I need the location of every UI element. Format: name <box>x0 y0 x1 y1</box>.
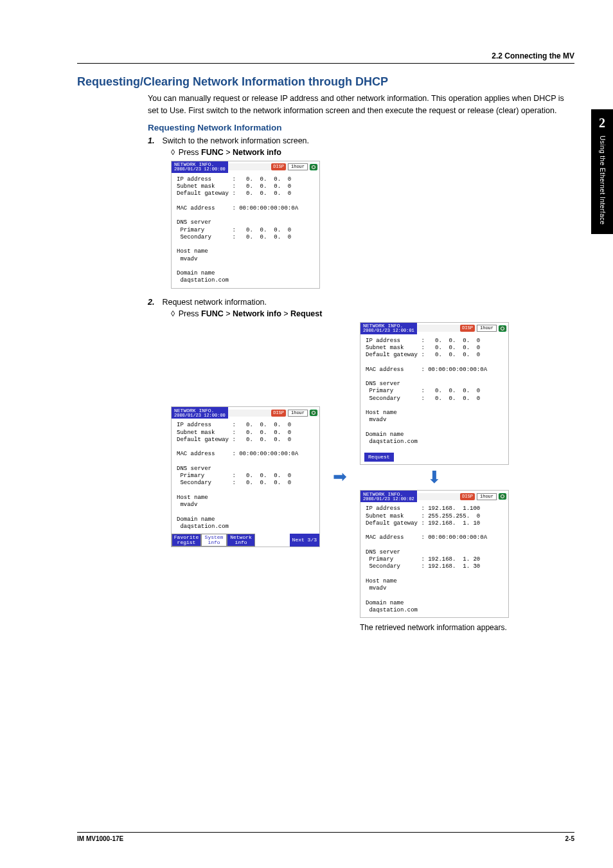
caption: The retrieved network information appear… <box>360 623 509 632</box>
chapter-number: 2 <box>599 116 605 136</box>
hour-badge: 1hour <box>288 410 308 417</box>
request-flow-row: NETWORK INFO. 2008/01/23 12:00:00 DISP 1… <box>171 322 574 633</box>
screen-title-right: DISP 1hour <box>228 163 319 170</box>
record-icon <box>499 325 506 332</box>
hour-badge: 1hour <box>477 493 497 500</box>
screen-timestamp: 2008/01/23 12:00:00 <box>174 167 226 172</box>
chapter-text: Using the Ethernet Interface <box>599 136 606 225</box>
bc2-func: FUNC <box>201 309 224 318</box>
screen-timestamp: 2008/01/23 12:00:00 <box>174 413 226 418</box>
arrow-down-icon: ⬇ <box>360 467 509 487</box>
bc2-sep1: > <box>226 309 233 318</box>
bc2-prefix: Press <box>179 309 201 318</box>
breadcrumb-1: ◊ Press FUNC > Network info <box>171 148 574 157</box>
screen-titlebar: NETWORK INFO. 2008/01/23 12:00:01 DISP 1… <box>360 323 508 334</box>
device-screen-1: NETWORK INFO. 2008/01/23 12:00:00 DISP 1… <box>171 161 320 289</box>
chapter-tab: 2 Using the Ethernet Interface <box>591 109 613 234</box>
softkey-network[interactable]: Networkinfo <box>227 534 255 547</box>
intro-paragraph: You can manually request or release IP a… <box>148 93 574 118</box>
diamond-icon: ◊ <box>171 309 175 318</box>
subheading-requesting: Requesting Network Information <box>148 123 574 132</box>
softkey-system[interactable]: Systeminfo <box>201 534 227 547</box>
disp-badge: DISP <box>271 410 286 417</box>
bc2-netinfo: Network info <box>233 309 281 318</box>
screen-body-2: IP address : 0. 0. 0. 0 Subnet mask : 0.… <box>172 419 319 534</box>
bc2-request: Request <box>290 309 322 318</box>
step-2-text: Request network information. <box>162 298 267 307</box>
request-button[interactable]: Request <box>364 453 394 462</box>
footer-right: 2-5 <box>565 835 574 842</box>
disp-badge: DISP <box>460 493 475 500</box>
right-column: NETWORK INFO. 2008/01/23 12:00:01 DISP 1… <box>360 322 509 633</box>
screen-title-left: NETWORK INFO. 2008/01/23 12:00:00 <box>172 407 228 419</box>
step-1-number: 1. <box>148 136 154 145</box>
hour-badge: 1hour <box>288 163 308 170</box>
footer-left: IM MV1000-17E <box>77 835 123 842</box>
screen-title-right: DISP 1hour <box>417 493 508 500</box>
record-icon <box>499 493 506 500</box>
breadcrumb-2: ◊ Press FUNC > Network info > Request <box>171 309 574 318</box>
bc1-sep1: > <box>226 148 233 157</box>
device-screen-2: NETWORK INFO. 2008/01/23 12:00:00 DISP 1… <box>171 406 320 547</box>
screen-body-3: IP address : 0. 0. 0. 0 Subnet mask : 0.… <box>360 334 508 449</box>
screen-softkey-bar: Favoriteregist Systeminfo Networkinfo Ne… <box>172 534 319 547</box>
screen-title-left: NETWORK INFO. 2008/01/23 12:00:00 <box>172 161 228 173</box>
bc1-func: FUNC <box>201 148 224 157</box>
screen-title-right: DISP 1hour <box>417 325 508 332</box>
record-icon <box>310 410 317 416</box>
section-header: 2.2 Connecting the MV <box>77 51 574 64</box>
step-1: 1. Switch to the network information scr… <box>148 136 574 145</box>
request-button-wrap: Request <box>360 449 508 464</box>
device-screen-3: NETWORK INFO. 2008/01/23 12:00:01 DISP 1… <box>360 322 509 466</box>
diamond-icon: ◊ <box>171 148 175 157</box>
step-2: 2. Request network information. <box>148 298 574 307</box>
page-title: Requesting/Clearing Network Information … <box>77 75 574 89</box>
softkey-next[interactable]: Next 3/3 <box>290 534 319 547</box>
softkey-spacer <box>255 534 290 547</box>
screen-title-right: DISP 1hour <box>228 410 319 417</box>
disp-badge: DISP <box>271 163 286 170</box>
bc1-netinfo: Network info <box>233 148 281 157</box>
screen-titlebar: NETWORK INFO. 2008/01/23 12:00:00 DISP 1… <box>172 161 319 173</box>
bc1-prefix: Press <box>179 148 201 157</box>
screen-body-4: IP address : 192.168. 1.100 Subnet mask … <box>360 502 508 617</box>
screen-titlebar: NETWORK INFO. 2008/01/23 12:00:02 DISP 1… <box>360 491 508 502</box>
device-screen-4: NETWORK INFO. 2008/01/23 12:00:02 DISP 1… <box>360 490 509 618</box>
screen-title-left: NETWORK INFO. 2008/01/23 12:00:01 <box>360 323 417 334</box>
record-icon <box>310 164 317 170</box>
screen-title-left: NETWORK INFO. 2008/01/23 12:00:02 <box>360 491 417 502</box>
arrow-right-icon: ➡ <box>333 467 347 487</box>
screen-timestamp: 2008/01/23 12:00:02 <box>363 497 414 502</box>
hour-badge: 1hour <box>477 325 497 332</box>
page-footer: IM MV1000-17E 2-5 <box>77 832 574 842</box>
screen-timestamp: 2008/01/23 12:00:01 <box>363 329 414 333</box>
bc2-sep2: > <box>283 309 290 318</box>
screen-body-1: IP address : 0. 0. 0. 0 Subnet mask : 0.… <box>172 173 319 288</box>
step-1-text: Switch to the network information screen… <box>162 136 309 145</box>
screenshot-1: NETWORK INFO. 2008/01/23 12:00:00 DISP 1… <box>171 161 574 289</box>
softkey-favorite[interactable]: Favoriteregist <box>172 534 201 547</box>
screen-titlebar: NETWORK INFO. 2008/01/23 12:00:00 DISP 1… <box>172 407 319 419</box>
step-2-number: 2. <box>148 298 154 307</box>
disp-badge: DISP <box>460 325 475 332</box>
